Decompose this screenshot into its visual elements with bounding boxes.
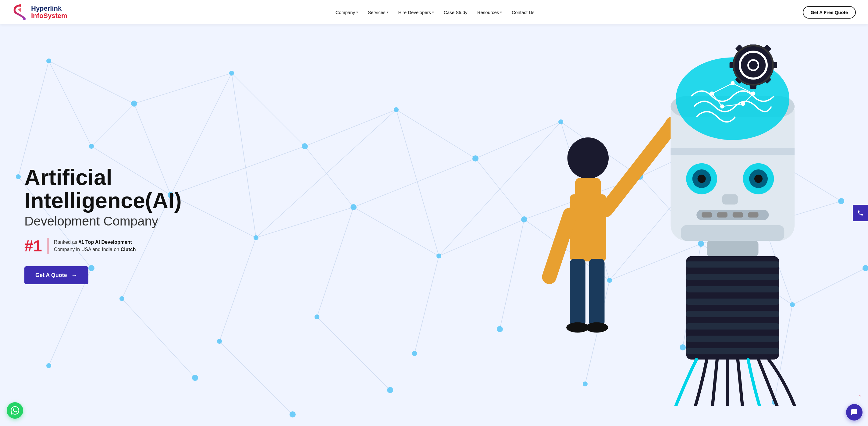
svg-point-79 — [217, 339, 222, 344]
svg-point-1 — [23, 18, 26, 20]
nav-item-hire-developers[interactable]: Hire Developers ▾ — [398, 10, 434, 15]
svg-point-88 — [567, 138, 609, 179]
hero-title: Artificial Intelligence(AI) — [24, 166, 182, 212]
svg-rect-140 — [686, 274, 779, 280]
svg-marker-2 — [18, 7, 21, 12]
hero-subtitle: Development Company — [24, 214, 182, 229]
ranked-row: #1 Ranked as #1 Top AI Development Compa… — [24, 238, 182, 254]
robot-illustration — [414, 44, 844, 406]
svg-rect-109 — [717, 212, 727, 218]
svg-rect-110 — [733, 212, 743, 218]
svg-point-76 — [46, 363, 51, 368]
robot-head — [671, 57, 795, 241]
svg-rect-111 — [748, 212, 758, 218]
logo[interactable]: Hyperlink InfoSystem — [12, 4, 67, 20]
rank-bold1: #1 Top AI Development — [79, 240, 132, 245]
nav-item-services[interactable]: Services ▾ — [368, 10, 389, 15]
scroll-top-button[interactable]: ↑ — [858, 392, 862, 402]
hero-illustration — [391, 24, 868, 426]
svg-rect-92 — [589, 259, 605, 326]
svg-point-94 — [586, 323, 608, 333]
navbar: Hyperlink InfoSystem Company ▾ Services … — [0, 0, 868, 24]
svg-rect-138 — [686, 256, 779, 360]
rank-bold2: Clutch — [121, 247, 136, 252]
chevron-down-icon: ▾ — [387, 10, 389, 14]
get-quote-button[interactable]: Get A Quote → — [24, 266, 88, 284]
chat-icon — [850, 408, 858, 416]
svg-point-78 — [192, 375, 198, 381]
whatsapp-icon — [11, 406, 19, 415]
svg-rect-143 — [686, 311, 779, 317]
svg-point-55 — [131, 100, 137, 106]
get-free-quote-button[interactable]: Get A Free Quote — [803, 6, 856, 19]
svg-rect-144 — [686, 323, 779, 329]
svg-rect-141 — [686, 286, 779, 292]
svg-point-103 — [697, 175, 706, 183]
svg-point-57 — [302, 143, 308, 149]
whatsapp-button[interactable] — [7, 402, 23, 419]
nav-item-case-study[interactable]: Case Study — [444, 10, 467, 15]
chevron-down-icon: ▾ — [356, 10, 358, 14]
hero-section: Artificial Intelligence(AI) Development … — [0, 24, 868, 426]
svg-rect-142 — [686, 299, 779, 305]
chevron-down-icon: ▾ — [432, 10, 434, 14]
person-figure — [549, 116, 681, 332]
svg-line-95 — [606, 127, 671, 210]
svg-point-66 — [254, 235, 258, 240]
svg-rect-100 — [681, 225, 784, 241]
svg-point-67 — [350, 204, 356, 210]
svg-rect-91 — [570, 259, 586, 326]
logo-icon — [12, 4, 28, 20]
svg-rect-145 — [686, 336, 779, 342]
svg-point-106 — [754, 175, 763, 183]
svg-point-81 — [314, 314, 319, 320]
svg-line-96 — [549, 215, 570, 277]
chevron-down-icon: ▾ — [500, 10, 502, 14]
nav-item-contact[interactable]: Contact Us — [512, 10, 534, 15]
phone-icon — [857, 210, 864, 216]
arrow-right-icon: → — [71, 272, 78, 279]
chat-button[interactable] — [846, 404, 863, 421]
svg-rect-112 — [722, 194, 738, 205]
nav-item-resources[interactable]: Resources ▾ — [477, 10, 502, 15]
rank-divider — [48, 238, 49, 254]
svg-point-54 — [46, 59, 51, 63]
svg-rect-137 — [707, 241, 758, 256]
svg-rect-139 — [686, 262, 779, 268]
svg-rect-108 — [702, 212, 712, 218]
nav-links: Company ▾ Services ▾ Hire Developers ▾ C… — [336, 10, 534, 15]
svg-point-56 — [229, 71, 234, 75]
svg-rect-146 — [686, 348, 779, 354]
svg-rect-113 — [671, 148, 795, 155]
hero-content: Artificial Intelligence(AI) Development … — [0, 148, 200, 303]
rank-number: #1 — [24, 238, 42, 254]
svg-point-80 — [289, 412, 296, 418]
rank-description: Ranked as #1 Top AI Development Company … — [54, 239, 136, 253]
svg-rect-90 — [570, 194, 606, 261]
phone-float-button[interactable] — [853, 205, 868, 221]
robot-body — [676, 241, 795, 406]
svg-point-0 — [19, 4, 21, 7]
nav-item-company[interactable]: Company ▾ — [336, 10, 358, 15]
logo-text: Hyperlink InfoSystem — [31, 5, 67, 20]
